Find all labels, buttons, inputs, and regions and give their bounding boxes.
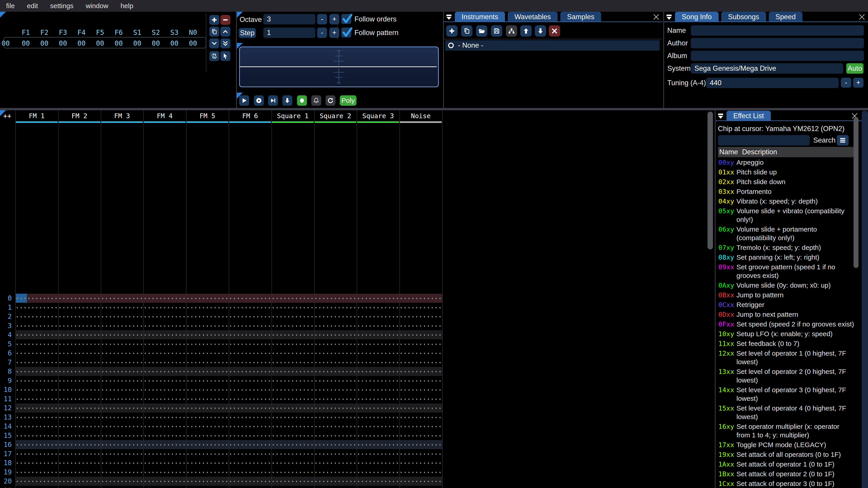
tuning-increase-button[interactable]: +	[853, 78, 864, 88]
follow-orders-checkbox[interactable]	[341, 14, 351, 24]
octave-input[interactable]: 3	[264, 14, 315, 24]
effect-row[interactable]: 13xxSet level of operator 2 (0 highest, …	[718, 367, 863, 385]
effect-row[interactable]: 1CxxSet attack of operator 3 (0 to 1F)	[718, 480, 863, 488]
instrument-type-button[interactable]	[506, 25, 517, 37]
system-input[interactable]: Sega Genesis/Mega Drive	[691, 63, 843, 74]
move-order-down-button[interactable]	[209, 38, 219, 48]
remove-order-button[interactable]	[220, 15, 230, 25]
poly-button[interactable]: Poly	[340, 95, 356, 106]
pattern-row[interactable]: 16	[0, 440, 715, 449]
duplicate-instrument-button[interactable]	[461, 25, 472, 37]
pattern-row[interactable]: 6	[0, 349, 715, 358]
pattern-row[interactable]: 3	[0, 321, 715, 330]
effect-row[interactable]: 09xxSet groove pattern (speed 1 if no gr…	[718, 263, 863, 280]
system-auto-button[interactable]: Auto	[846, 63, 864, 74]
follow-pattern-checkbox[interactable]	[341, 28, 351, 37]
channel-header-fm-6[interactable]: FM 6	[229, 112, 272, 120]
menu-settings[interactable]: settings	[44, 0, 80, 12]
pattern-row[interactable]: 18	[0, 458, 715, 467]
instrument-list-item[interactable]: - None -	[445, 40, 659, 51]
collapse-tab-icon[interactable]	[664, 13, 674, 22]
collapse-tab-icon[interactable]	[444, 13, 454, 22]
effect-list-scrollbar[interactable]	[854, 117, 859, 268]
pattern-row[interactable]: 11	[0, 394, 715, 403]
close-icon[interactable]	[858, 13, 866, 21]
save-instrument-button[interactable]	[491, 25, 502, 37]
pattern-row[interactable]: 9	[0, 376, 715, 385]
pattern-scrollbar[interactable]	[708, 111, 713, 250]
tab-wavetables[interactable]: Wavetables	[508, 12, 558, 22]
pattern-row[interactable]: 4	[0, 330, 715, 339]
step-button[interactable]: Step	[239, 28, 256, 38]
move-instrument-down-button[interactable]	[535, 25, 546, 37]
effect-row[interactable]: 0BxxJump to pattern	[718, 291, 863, 299]
duplicate-order-end-button[interactable]	[220, 38, 230, 48]
play-button[interactable]	[239, 95, 249, 106]
collapse-tab-icon[interactable]	[716, 111, 725, 121]
effect-row[interactable]: 1BxxSet attack of operator 2 (0 to 1F)	[718, 470, 863, 478]
pattern-row[interactable]: 0	[0, 294, 715, 303]
effect-row[interactable]: 06xyVolume slide + portamento (compatibi…	[718, 225, 863, 242]
effect-row[interactable]: 08xySet panning (x: left; y: right)	[718, 253, 863, 262]
tab-song-info[interactable]: Song Info	[675, 12, 719, 22]
effect-list-menu-button[interactable]	[837, 135, 848, 145]
menu-window[interactable]: window	[80, 0, 114, 12]
effect-row[interactable]: 16xySet operator multiplier (x: operator…	[718, 422, 863, 440]
step-row-button[interactable]	[282, 95, 292, 106]
pattern-row[interactable]: 10	[0, 385, 715, 394]
play-pattern-button[interactable]	[254, 95, 264, 106]
window-scrollbar[interactable]	[862, 111, 868, 488]
pattern-row[interactable]: 15	[0, 431, 715, 440]
effect-row[interactable]: 0DxxJump to next pattern	[718, 310, 863, 319]
step-input[interactable]: 1	[264, 28, 315, 38]
channel-header-fm-3[interactable]: FM 3	[101, 112, 144, 120]
pattern-corner-label[interactable]: ++	[3, 112, 11, 120]
effect-row[interactable]: 02xxPitch slide down	[718, 177, 863, 186]
add-order-button[interactable]	[209, 15, 219, 25]
pattern-row[interactable]: 12	[0, 403, 715, 413]
play-from-cursor-button[interactable]	[268, 95, 278, 106]
effect-row[interactable]: 05xyVolume slide + vibrato (compatibilit…	[718, 207, 863, 224]
order-edit-mode-button[interactable]	[220, 51, 230, 61]
channel-header-fm-2[interactable]: FM 2	[58, 112, 101, 120]
close-icon[interactable]	[652, 13, 660, 21]
pattern-row[interactable]: 14	[0, 422, 715, 431]
effect-search-input[interactable]	[718, 135, 810, 145]
pattern-editor[interactable]: ++ FM 1FM 2FM 3FM 4FM 5FM 6Square 1Squar…	[0, 110, 715, 488]
effect-row[interactable]: 0FxxSet speed (speed 2 if no grooves exi…	[718, 320, 863, 328]
pattern-row[interactable]: 5	[0, 339, 715, 349]
effect-row[interactable]: 1AxxSet attack of operator 1 (0 to 1F)	[718, 460, 863, 468]
effect-row[interactable]: 12xxSet level of operator 1 (0 highest, …	[718, 349, 863, 366]
octave-decrease-button[interactable]: -	[317, 14, 327, 24]
menu-edit[interactable]: edit	[21, 0, 44, 12]
pattern-row[interactable]: 13	[0, 413, 715, 422]
record-button[interactable]	[297, 95, 307, 106]
effect-row[interactable]: 14xxSet level of operator 3 (0 highest, …	[718, 386, 863, 403]
move-order-up-button[interactable]	[220, 27, 230, 37]
open-instrument-button[interactable]	[476, 25, 487, 37]
pattern-row[interactable]: 17	[0, 449, 715, 458]
author-input[interactable]	[691, 38, 864, 48]
pattern-row[interactable]: 1	[0, 303, 715, 312]
add-instrument-button[interactable]	[446, 25, 458, 37]
order-change-mode-button[interactable]	[209, 51, 219, 61]
tab-effect-list[interactable]: Effect List	[726, 111, 771, 121]
metronome-button[interactable]	[311, 95, 321, 106]
menu-file[interactable]: file	[0, 0, 21, 12]
effect-row[interactable]: 15xxSet level of operator 4 (0 highest, …	[718, 404, 863, 421]
effect-row[interactable]: 04xyVibrato (x: speed; y: depth)	[718, 197, 863, 205]
effect-row[interactable]: 19xxSet attack of all operators (0 to 1F…	[718, 450, 863, 459]
effect-row[interactable]: 00xyArpeggio	[718, 158, 863, 167]
tab-speed[interactable]: Speed	[769, 12, 803, 22]
effect-row[interactable]: 0CxxRetrigger	[718, 300, 863, 309]
dock-corner-triangle[interactable]	[0, 12, 6, 18]
step-decrease-button[interactable]: -	[317, 28, 327, 38]
channel-header-noise[interactable]: Noise	[399, 112, 442, 120]
pattern-row[interactable]: 7	[0, 358, 715, 367]
pattern-row[interactable]: 2	[0, 312, 715, 321]
pattern-row[interactable]: 21	[0, 486, 715, 488]
tab-subsongs[interactable]: Subsongs	[721, 12, 766, 22]
channel-header-fm-4[interactable]: FM 4	[143, 112, 186, 120]
tuning-input[interactable]: 440	[706, 78, 839, 88]
delete-instrument-button[interactable]	[549, 25, 560, 37]
